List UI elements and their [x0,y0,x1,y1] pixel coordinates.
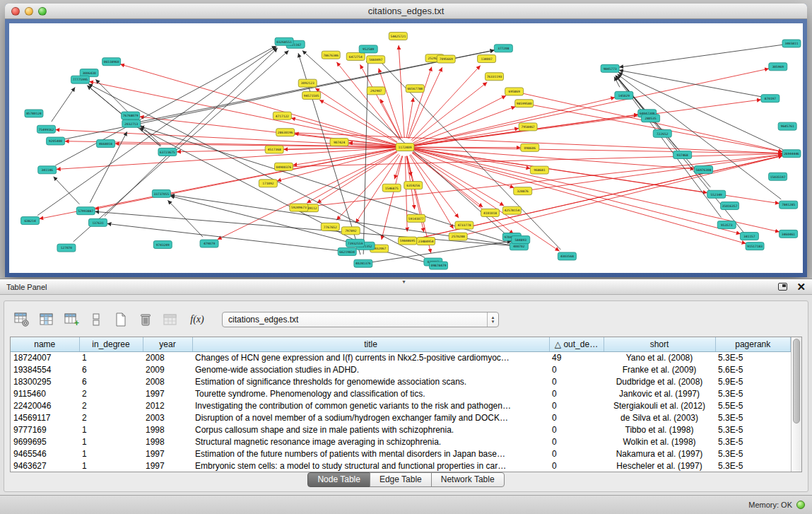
cell-year: 2009 [143,363,192,375]
table-row[interactable]: 2242004622012Investigating the contribut… [11,399,791,411]
scrollbar-thumb[interactable] [793,339,800,424]
create-column-icon[interactable]: + [62,310,81,329]
network-edge[interactable] [52,87,75,122]
column-header-out_degree[interactable]: △ out_de… [549,337,604,351]
network-node-label: 66219834 [339,250,355,254]
combo-stepper-icon[interactable]: ▲▼ [487,313,498,327]
column-header-title[interactable]: title [192,337,549,351]
network-node-label: 7767652 [324,226,337,229]
network-node-label: 9205400 [49,139,62,143]
table-selector[interactable]: citations_edges.txt ▲▼ [222,312,499,327]
delete-table-icon[interactable] [136,310,155,329]
network-node-label: 907424 [334,141,346,144]
cell-out_degree: 0 [549,399,604,411]
network-edge[interactable] [414,147,782,153]
column-header-year[interactable]: year [143,337,192,351]
network-edge[interactable] [88,84,425,258]
network-edge[interactable] [394,156,402,179]
network-edge[interactable] [617,74,781,199]
cell-out_degree: 0 [549,424,604,436]
network-edge[interactable] [409,67,442,139]
table-row[interactable]: 1830029562008Estimation of significance … [11,375,791,387]
close-window-icon[interactable] [11,7,20,16]
network-canvas[interactable]: 1172409544257212529281709566913400776331… [9,23,803,273]
network-edge[interactable] [115,144,396,147]
column-list-icon[interactable] [87,310,105,329]
tab-edge-table[interactable]: Edge Table [370,472,432,487]
network-edge[interactable] [532,155,783,189]
network-edge[interactable] [308,155,782,207]
table-row[interactable]: 1872400712008Changes of HCN gene express… [11,351,791,363]
zoom-window-icon[interactable] [38,7,47,16]
network-node-label: 952589 [363,47,375,51]
network-edge[interactable] [307,151,397,203]
tab-network-table[interactable]: Network Table [431,472,505,487]
cell-in_degree: 1 [79,351,143,363]
cell-year: 1997 [143,387,192,399]
network-edge[interactable] [533,105,782,152]
network-edge[interactable] [412,153,483,207]
splitter-handle-icon[interactable]: ▾ [403,279,406,285]
network-edge[interactable] [107,223,338,250]
cell-short: Dudbridge et al. (2008) [604,375,715,387]
network-node-label: 57993887 [78,209,93,213]
show-columns-icon[interactable] [37,310,56,329]
network-edge[interactable] [55,46,276,165]
table-row[interactable]: 1456911722003Disruption of a novel membe… [11,411,791,424]
cell-in_degree: 1 [79,460,143,472]
cell-short: Yano et al. (2008) [604,351,715,363]
table-scrollbar[interactable] [791,337,801,472]
cell-in_degree: 1 [79,448,143,460]
network-node-label: 145029 [618,94,630,98]
tab-node-table[interactable]: Node Table [307,472,370,487]
cell-in_degree: 1 [79,424,143,436]
network-edge[interactable] [95,211,510,245]
table-row[interactable]: 946362711997Embryonic stem cells: a mode… [11,460,791,472]
column-header-in_degree[interactable]: in_degree [79,337,143,351]
new-table-icon[interactable] [112,310,130,329]
network-node-label: 06518960 [104,60,119,64]
column-header-short[interactable]: short [604,337,715,351]
network-edge[interactable] [95,149,396,209]
table-row[interactable]: 911546021997Tourette syndrome. Phenomeno… [11,387,791,399]
window-titlebar[interactable]: citations_edges.txt [5,4,807,19]
table-row[interactable]: 969969511998Structural magnetic resonanc… [11,436,791,448]
function-builder-icon[interactable]: f(x) [186,311,208,328]
network-node-label: 797892 [345,229,357,233]
table-row[interactable]: 1938455462009Genome-wide association stu… [11,363,791,375]
cell-out_degree: 0 [549,460,604,472]
minimize-window-icon[interactable] [25,7,33,16]
float-panel-icon[interactable] [778,283,787,291]
network-edge[interactable] [414,100,761,146]
cell-title: Tourette syndrome. Phenomenology and cla… [192,387,549,399]
network-node-label: 1546875 [385,187,399,190]
network-edge[interactable] [375,56,560,250]
network-edge[interactable] [54,177,80,204]
network-edge[interactable] [360,64,400,139]
column-header-pagerank[interactable]: pagerank [715,337,791,351]
cell-short: Franke et al. (2009) [604,363,715,375]
network-edge[interactable] [411,66,481,141]
network-edge[interactable] [414,129,519,146]
close-panel-icon[interactable]: ✕ [796,281,806,292]
network-node-label: 59249673 [291,206,307,209]
table-mode-icon[interactable] [13,310,31,329]
network-node-label: 638214 [24,219,36,223]
network-edge[interactable] [619,45,782,67]
network-edge[interactable] [414,148,695,169]
table-row[interactable]: 946554611997Estimation of the future num… [11,448,791,460]
network-edge[interactable] [399,45,404,138]
column-header-name[interactable]: name [11,337,79,351]
network-edge[interactable] [414,148,531,168]
network-edge[interactable] [293,154,782,167]
network-edge[interactable] [413,95,506,143]
network-edge[interactable] [319,100,397,142]
table-row[interactable]: 977716911998Corpus callosum shape and si… [11,424,791,436]
cell-title: Corpus callosum shape and size in male p… [192,424,549,436]
cell-title: Embryonic stem cells: a model to study s… [192,460,549,472]
network-edge[interactable] [619,70,761,97]
cell-name: 18724007 [11,351,79,363]
network-edge[interactable] [379,69,402,139]
network-edge[interactable] [120,64,396,145]
merge-table-icon[interactable] [161,310,180,329]
